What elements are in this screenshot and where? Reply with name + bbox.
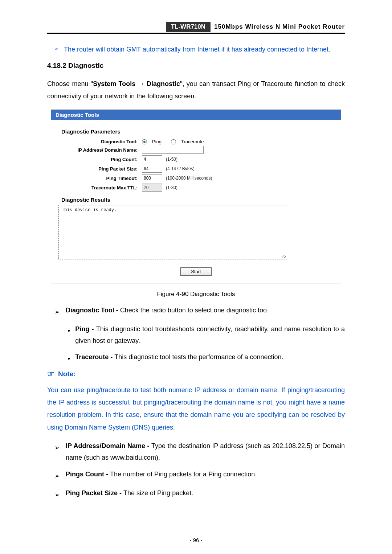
item-label: Ping Packet Size - [66, 489, 123, 497]
item-text: Check the radio button to select one dia… [120, 307, 269, 314]
bullet-icon: ● [68, 327, 70, 335]
item-text: This diagnostic tool troubleshoots conne… [75, 325, 345, 344]
ttl-input[interactable] [142, 184, 162, 192]
label-count: Ping Count: [58, 157, 142, 162]
hint-timeout: (100-2000 Milliseconds) [166, 176, 212, 181]
page-header: TL-WR710N 150Mbps Wireless N Mini Pocket… [47, 22, 345, 34]
label-timeout: Ping Timeout: [58, 176, 142, 181]
note-heading: ☞ Note: [47, 369, 345, 379]
diagnostic-screenshot: Diagnostic Tools Diagnostic Parameters D… [51, 110, 341, 283]
intro-prefix: Choose menu " [47, 80, 93, 87]
arrow-icon: ➢ [54, 470, 60, 482]
radio-traceroute-label: Traceroute [181, 139, 204, 144]
ping-size-input[interactable] [142, 165, 162, 173]
intro-paragraph: Choose menu "System Tools → Diagnostic",… [47, 78, 345, 102]
results-heading: Diagnostic Results [61, 197, 334, 203]
start-button[interactable]: Start [180, 267, 211, 276]
arrow-icon: ➢ [54, 442, 60, 454]
item-label: IP Address/Domain Name - [66, 442, 151, 450]
results-text: This device is ready. [62, 208, 117, 213]
panel-title: Diagnostic Tools [51, 110, 341, 120]
item-pings-count: ➢ Pings Count - The number of Ping packe… [54, 468, 345, 482]
item-label: Diagnostic Tool - [66, 307, 120, 314]
section-title: Diagnostic [68, 62, 103, 69]
item-diag-tool: ➢ Diagnostic Tool - Check the radio butt… [54, 304, 345, 318]
section-number: 4.18.2 [47, 62, 66, 69]
label-tool: Diagnostic Tool: [58, 139, 142, 144]
item-ip: ➢ IP Address/Domain Name - Type the dest… [54, 440, 345, 464]
top-info-bullet: ➢ The router will obtain GMT automatical… [54, 45, 345, 54]
arrow-icon: ➢ [54, 46, 59, 52]
arrow-icon: → [138, 80, 144, 87]
ping-timeout-input[interactable] [142, 174, 162, 182]
radio-ping[interactable] [142, 139, 147, 144]
radio-traceroute[interactable] [171, 139, 176, 144]
note-label: Note: [58, 370, 76, 378]
item-text: The size of Ping packet. [123, 489, 193, 497]
item-label: Pings Count - [66, 471, 110, 478]
figure-caption: Figure 4-90 Diagnostic Tools [47, 291, 345, 298]
hint-count: (1-50) [166, 157, 177, 162]
doc-title: 150Mbps Wireless N Mini Pocket Router [214, 22, 345, 32]
label-size: Ping Packet Size: [58, 166, 142, 172]
ping-count-input[interactable] [142, 155, 162, 163]
hint-ttl: (1-30) [166, 185, 177, 190]
item-label: Ping - [75, 325, 96, 333]
menu-path-a: System Tools [93, 80, 135, 87]
item-label: Traceroute - [75, 353, 114, 361]
subitem-ping: ● Ping - This diagnostic tool troublesho… [68, 323, 345, 347]
label-ip: IP Address/ Domain Name: [58, 147, 142, 153]
arrow-icon: ➢ [54, 306, 60, 318]
label-ttl: Traceroute Max TTL: [58, 185, 142, 190]
subitem-traceroute: ● Traceroute - This diagnostic tool test… [68, 351, 345, 363]
resize-handle-icon[interactable] [282, 255, 286, 258]
page-number: - 96 - [0, 537, 392, 543]
item-text: The number of Ping packets for a Ping co… [110, 471, 257, 478]
params-heading: Diagnostic Parameters [61, 128, 334, 135]
item-text: This diagnostic tool tests the performan… [114, 353, 283, 361]
model-badge: TL-WR710N [166, 22, 211, 32]
arrow-icon: ➢ [54, 489, 60, 501]
radio-ping-label: Ping [152, 139, 162, 144]
ip-input[interactable] [142, 146, 204, 154]
hand-icon: ☞ [47, 369, 54, 379]
hint-size: (4-1472 Bytes) [166, 166, 195, 171]
section-heading: 4.18.2 Diagnostic [47, 62, 345, 70]
item-ping-packet-size: ➢ Ping Packet Size - The size of Ping pa… [54, 487, 345, 501]
bullet-icon: ● [68, 355, 70, 363]
menu-path-b: Diagnostic [147, 80, 180, 87]
note-body: You can use ping/traceroute to test both… [47, 384, 345, 434]
results-box: This device is ready. [58, 205, 287, 259]
top-bullet-text: The router will obtain GMT automatically… [64, 45, 330, 54]
